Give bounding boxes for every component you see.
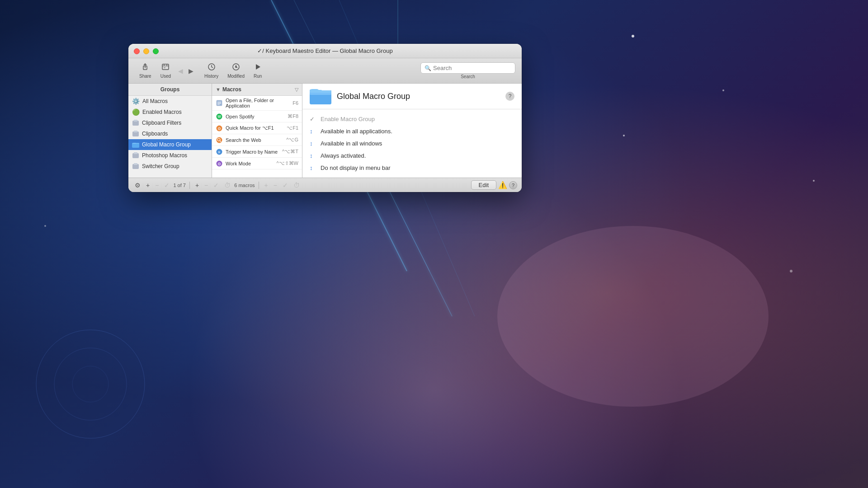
svg-text:✳: ✳ — [217, 150, 221, 154]
detail-header: Global Macro Group ? — [302, 84, 522, 109]
macros-check-button[interactable]: ✓ — [212, 181, 221, 189]
group-item-all-macros[interactable]: ⚙️ All Macros — [128, 96, 212, 107]
close-button[interactable] — [134, 48, 140, 54]
toolbar: Share Used ◀ ▶ — [128, 58, 522, 84]
trigger-macro-label: Trigger Macro by Name — [226, 149, 279, 155]
detail-title: Global Macro Group — [337, 92, 410, 101]
modified-button[interactable]: Modified — [223, 61, 249, 80]
detail-check-button[interactable]: ✓ — [281, 181, 290, 189]
detail-clock-button[interactable]: ⏱ — [292, 181, 302, 189]
edit-button[interactable]: Edit — [471, 180, 496, 190]
photoshop-macros-label: Photoshop Macros — [142, 152, 187, 159]
detail-option-enable[interactable]: ✓ Enable Macro Group — [310, 115, 514, 123]
group-item-photoshop-macros[interactable]: Photoshop Macros — [128, 150, 212, 161]
svg-point-8 — [632, 35, 634, 38]
macros-count: 6 macros — [234, 183, 255, 188]
detail-option-no-menu-bar[interactable]: ↕ Do not display in menu bar — [310, 164, 514, 172]
search-web-icon — [216, 136, 223, 144]
work-mode-shortcut: ^⌥⇧⌘W — [276, 160, 298, 166]
detail-option-always-activated[interactable]: ↕ Always activated. — [310, 151, 514, 160]
svg-point-12 — [813, 180, 815, 182]
trigger-macro-icon: ✳ — [216, 148, 223, 155]
window-title: ✓/ Keyboard Maestro Editor — Global Macr… — [257, 47, 392, 54]
groups-add-button[interactable]: + — [144, 181, 151, 189]
work-mode-label: Work Mode — [226, 161, 274, 166]
detail-add-button[interactable]: + — [263, 181, 270, 189]
groups-header: Groups — [128, 84, 212, 96]
work-mode-icon: ⚙ — [216, 160, 223, 167]
macros-remove-button[interactable]: − — [203, 181, 210, 189]
macros-bottom-section: + − ✓ ⏱ 6 macros — [193, 181, 255, 189]
history-icon — [208, 63, 216, 73]
open-file-shortcut: F6 — [292, 100, 298, 106]
group-item-global-macro-group[interactable]: Global Macro Group — [128, 139, 212, 150]
macro-item-open-file[interactable]: Open a File, Folder or Application F6 — [212, 96, 302, 111]
clipboards-icon — [132, 131, 139, 137]
divider-2 — [259, 182, 259, 189]
back-button[interactable]: ◀ — [175, 66, 186, 76]
detail-bottom-section: + − ✓ ⏱ — [263, 181, 302, 189]
svg-point-7 — [497, 226, 769, 407]
search-web-label: Search the Web — [226, 137, 283, 143]
groups-remove-button[interactable]: − — [153, 181, 160, 189]
macro-item-quick-macro[interactable]: ⚙ Quick Macro for ⌥F1 ⌥F1 — [212, 122, 302, 134]
cycle-icon-menubar: ↕ — [310, 164, 317, 171]
svg-point-10 — [722, 89, 724, 91]
groups-settings-button[interactable]: ⚙ — [133, 181, 142, 189]
run-label: Run — [254, 74, 262, 79]
no-menu-bar-label: Do not display in menu bar — [321, 164, 391, 171]
run-button[interactable]: Run — [249, 61, 266, 80]
open-file-label: Open a File, Folder or Application — [226, 98, 290, 108]
always-activated-label: Always activated. — [321, 152, 366, 159]
forward-button[interactable]: ▶ — [186, 66, 196, 76]
macros-label: Macros — [222, 86, 241, 93]
cycle-icon-apps: ↕ — [310, 128, 317, 135]
macros-panel: ▼ Macros ▽ Open a Fil — [212, 84, 302, 178]
svg-point-5 — [54, 348, 127, 420]
group-item-clipboards[interactable]: Clipboards — [128, 128, 212, 139]
used-button[interactable]: Used — [156, 61, 175, 80]
macros-clock-button[interactable]: ⏱ — [222, 181, 232, 189]
macro-item-search-web[interactable]: Search the Web ^⌥G — [212, 134, 302, 146]
macros-header: ▼ Macros ▽ — [212, 84, 302, 96]
detail-option-all-windows[interactable]: ↕ Available in all windows — [310, 139, 514, 148]
svg-rect-52 — [310, 93, 331, 95]
help-icon-detail[interactable]: ? — [505, 92, 514, 101]
macros-add-button[interactable]: + — [193, 181, 201, 189]
detail-remove-button[interactable]: − — [272, 181, 279, 189]
clipboards-label: Clipboards — [142, 131, 168, 137]
group-item-clipboard-filters[interactable]: Clipboard Filters — [128, 117, 212, 128]
folder-icon-large — [310, 88, 331, 104]
quick-macro-icon: ⚙ — [216, 125, 223, 132]
search-icon: 🔍 — [425, 65, 431, 71]
svg-point-9 — [623, 135, 625, 136]
share-label: Share — [139, 74, 151, 79]
macro-item-trigger-macro[interactable]: ✳ Trigger Macro by Name ^⌥⌘T — [212, 146, 302, 158]
help-button[interactable]: ? — [509, 181, 517, 189]
switcher-group-icon — [132, 163, 139, 169]
minimize-button[interactable] — [143, 48, 149, 54]
history-button[interactable]: History — [200, 61, 223, 80]
main-content: Groups ⚙️ All Macros 🟢 Enabled Macros — [128, 84, 522, 178]
search-input[interactable] — [433, 65, 511, 71]
macro-item-open-spotify[interactable]: Open Spotify ⌘F8 — [212, 111, 302, 122]
detail-option-all-apps[interactable]: ↕ Available in all applications. — [310, 127, 514, 136]
warning-icon: ⚠️ — [498, 181, 507, 189]
photoshop-macros-icon — [132, 152, 139, 159]
svg-rect-28 — [134, 120, 137, 122]
checkmark-icon: ✓ — [310, 116, 317, 122]
group-item-enabled-macros[interactable]: 🟢 Enabled Macros — [128, 107, 212, 117]
macro-item-work-mode[interactable]: ⚙ Work Mode ^⌥⇧⌘W — [212, 158, 302, 169]
group-item-switcher-group[interactable]: Switcher Group — [128, 161, 212, 172]
quick-macro-label: Quick Macro for ⌥F1 — [226, 125, 284, 131]
svg-rect-18 — [162, 64, 169, 70]
maximize-button[interactable] — [153, 48, 159, 54]
traffic-lights — [134, 48, 159, 54]
groups-panel: Groups ⚙️ All Macros 🟢 Enabled Macros — [128, 84, 212, 178]
search-box[interactable]: 🔍 — [420, 62, 515, 74]
all-windows-label: Available in all windows — [321, 140, 382, 147]
groups-check-button[interactable]: ✓ — [162, 181, 171, 189]
share-icon — [141, 63, 149, 73]
share-button[interactable]: Share — [135, 61, 156, 80]
svg-rect-30 — [134, 131, 137, 132]
